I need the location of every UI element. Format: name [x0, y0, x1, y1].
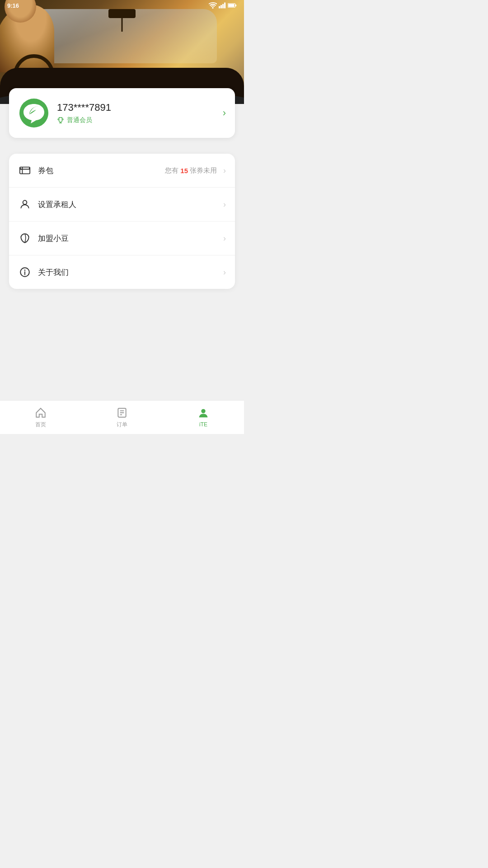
- wifi-icon: [209, 2, 217, 9]
- menu-item-join[interactable]: 加盟小豆 ›: [9, 222, 235, 255]
- person-icon: [18, 198, 32, 211]
- member-label: 普通会员: [67, 116, 92, 124]
- signal-icon: [219, 2, 226, 9]
- order-icon: [116, 406, 128, 419]
- menu-item-about[interactable]: 关于我们 ›: [9, 255, 235, 289]
- info-icon: [18, 265, 32, 279]
- profile-chevron[interactable]: ›: [223, 107, 226, 119]
- nav-profile-label: iTE: [199, 421, 207, 428]
- about-chevron: ›: [223, 268, 226, 277]
- app-logo-icon: [18, 97, 50, 129]
- coupon-icon: [18, 164, 32, 177]
- menu-card: 券包 您有 15 张券未用 › 设置承租人 › 加盟小豆 ›: [9, 154, 235, 289]
- bottom-nav: 首页 订单 iTE: [0, 400, 244, 434]
- bean-icon: [18, 231, 32, 245]
- nav-item-order[interactable]: 订单: [81, 406, 163, 429]
- nav-item-home[interactable]: 首页: [0, 406, 81, 429]
- coupon-suffix: 张券未用: [190, 166, 217, 175]
- svg-rect-3: [224, 3, 225, 9]
- avatar: [18, 97, 50, 129]
- status-icons: [209, 2, 237, 9]
- coupon-right: 您有 15 张券未用: [165, 166, 217, 175]
- tenant-chevron: ›: [223, 200, 226, 209]
- svg-rect-2: [222, 4, 224, 9]
- join-chevron: ›: [223, 234, 226, 243]
- nav-order-label: 订单: [117, 421, 127, 429]
- about-label: 关于我们: [38, 267, 217, 278]
- profile-member: 普通会员: [57, 116, 216, 124]
- coupon-chevron: ›: [223, 166, 226, 175]
- battery-icon: [228, 3, 237, 8]
- coupon-right-text: 您有: [165, 166, 178, 175]
- trophy-icon: [57, 117, 64, 124]
- home-icon: [34, 406, 47, 419]
- menu-item-coupon[interactable]: 券包 您有 15 张券未用 ›: [9, 154, 235, 188]
- tenant-label: 设置承租人: [38, 199, 217, 210]
- profile-phone: 173****7891: [57, 102, 216, 113]
- status-time: 9:16: [7, 2, 19, 9]
- menu-item-tenant[interactable]: 设置承租人 ›: [9, 188, 235, 222]
- profile-card[interactable]: 173****7891 普通会员 ›: [9, 88, 235, 138]
- profile-info: 173****7891 普通会员: [57, 102, 216, 124]
- nav-home-label: 首页: [35, 421, 46, 429]
- join-label: 加盟小豆: [38, 233, 217, 244]
- status-bar: 9:16: [0, 0, 244, 11]
- svg-rect-6: [228, 4, 234, 7]
- coupon-label: 券包: [38, 165, 159, 176]
- svg-rect-0: [219, 6, 220, 9]
- nav-item-profile[interactable]: iTE: [163, 407, 244, 428]
- svg-rect-8: [20, 167, 30, 174]
- profile-nav-icon: [197, 407, 210, 420]
- svg-point-18: [201, 409, 205, 413]
- svg-rect-5: [235, 5, 236, 6]
- svg-rect-1: [221, 5, 222, 8]
- coupon-count: 15: [180, 167, 188, 175]
- svg-point-10: [23, 200, 27, 204]
